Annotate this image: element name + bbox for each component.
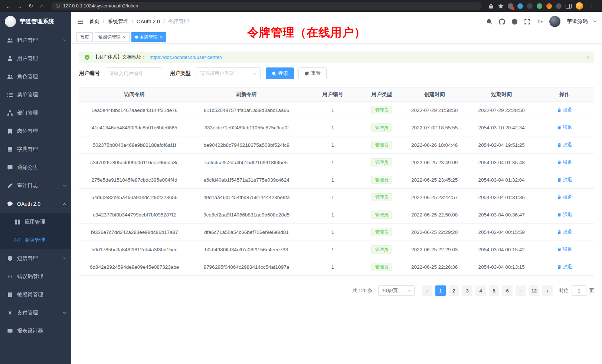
force-logout-button[interactable]: 强退 (557, 229, 572, 235)
page-button-4[interactable]: 4 (475, 285, 486, 296)
sidebar-item-dept[interactable]: 部门管理 (0, 104, 71, 122)
help-icon[interactable] (511, 19, 518, 25)
columns-icon (7, 292, 13, 298)
prev-page-button[interactable]: ‹ (422, 285, 432, 296)
split-view-icon[interactable] (566, 4, 572, 9)
page-size-select[interactable]: 10条/页 (378, 285, 415, 296)
user-id-input[interactable] (105, 67, 162, 79)
browser-profile-avatar[interactable] (576, 2, 583, 10)
share-icon[interactable] (488, 3, 494, 9)
search-button[interactable]: 搜索 (266, 67, 294, 79)
reload-icon[interactable]: ↻ (26, 1, 36, 10)
sidebar-item-oauth2[interactable]: OAuth 2.0 (0, 195, 71, 213)
page-button-2[interactable]: 2 (449, 285, 459, 296)
extension-icon-dark[interactable] (527, 3, 533, 9)
force-logout-button[interactable]: 强退 (557, 159, 572, 166)
action-cell: 强退 (535, 102, 594, 119)
sidebar-item-label: 审计日志 (17, 182, 38, 189)
doc-link[interactable]: https://doc.iocoder.cn/user-center/ (150, 54, 222, 60)
code-icon (7, 274, 13, 279)
extension-icon-gray[interactable] (556, 3, 562, 9)
force-logout-button[interactable]: 强退 (557, 246, 572, 253)
back-icon[interactable]: ← (4, 1, 13, 10)
sidebar-item-oauth2-application[interactable]: 应用管理 (0, 213, 71, 231)
sidebar-item-dict[interactable]: 字典管理 (0, 140, 71, 158)
sidebar-collapse-icon[interactable] (77, 19, 84, 25)
user-type-cell: 管理员 (362, 224, 401, 241)
user-type-badge: 管理员 (371, 176, 392, 184)
sidebar-item-tenant[interactable]: 租户管理 (0, 31, 71, 49)
app-logo-row[interactable]: 芋道管理系统 (0, 12, 71, 31)
home-icon[interactable]: ⌂ (37, 1, 47, 10)
bookmark-star-icon[interactable] (498, 3, 504, 9)
user-avatar[interactable] (549, 16, 560, 27)
sidebar-item-label: 角色管理 (17, 73, 38, 80)
force-logout-button[interactable]: 强退 (557, 211, 572, 218)
tab-token[interactable]: 令牌管理× (131, 32, 167, 42)
sidebar-item-notice[interactable]: 通知公告 (0, 158, 71, 176)
goto-page-input[interactable] (572, 285, 586, 296)
page-button-3[interactable]: 3 (462, 285, 472, 296)
page-button-12[interactable]: 12 (529, 285, 539, 296)
next-page-button[interactable]: › (542, 285, 553, 296)
force-logout-button[interactable]: 强退 (557, 194, 572, 201)
force-logout-button[interactable]: 强退 (557, 176, 572, 183)
page-button-5[interactable]: 5 (489, 285, 499, 296)
fullscreen-icon[interactable] (524, 19, 530, 25)
page-ellipsis[interactable]: ··· (516, 285, 526, 296)
user-type-badge: 管理员 (371, 263, 392, 271)
sidebar-item-sensitive-word[interactable]: 敏感词管理 (0, 285, 71, 304)
sidebar-item-report-designer[interactable]: 报表设计器 (0, 322, 71, 340)
alert-close-icon[interactable]: × (586, 54, 589, 60)
sidebar-menu: 租户管理用户管理角色管理菜单管理部门管理岗位管理字典管理通知公告审计日志OAut… (0, 31, 71, 364)
sidebar-item-oauth2-token[interactable]: 令牌管理 (0, 231, 71, 249)
reset-button[interactable]: 重置 (298, 67, 327, 79)
sidebar-item-user[interactable]: 用户管理 (0, 49, 71, 67)
trash-icon (557, 108, 562, 112)
extension-icon-badged[interactable] (508, 3, 513, 9)
force-logout-button[interactable]: 强退 (557, 264, 572, 270)
sidebar-item-post[interactable]: 岗位管理 (0, 122, 71, 140)
address-bar[interactable]: ⓘ 127.0.0.1:1024/system/oauth2/token (51, 2, 482, 10)
force-logout-button[interactable]: 强退 (557, 142, 572, 148)
comment-icon (7, 201, 13, 207)
user-name[interactable]: 芋道源码 (567, 18, 588, 25)
tab-close-icon[interactable]: × (160, 35, 163, 40)
sidebar-item-sms[interactable]: 短信管理 (0, 249, 71, 267)
user-menu-caret-icon[interactable] (593, 19, 596, 22)
site-info-icon[interactable]: ⓘ (56, 3, 60, 9)
breadcrumb-item[interactable]: 首页 (89, 18, 99, 25)
browser-menu-icon[interactable]: ⋮ (587, 1, 597, 10)
font-size-icon[interactable]: TT (537, 19, 543, 25)
forward-icon[interactable]: → (15, 1, 24, 10)
tab-close-icon[interactable]: × (123, 35, 126, 40)
breadcrumb-item[interactable]: OAuth 2.0 (137, 19, 160, 24)
page-list: 123456···12 (434, 285, 541, 296)
refresh-icon (304, 71, 309, 76)
column-header: 访问令牌 (79, 87, 190, 102)
extension-icon-green[interactable] (537, 3, 542, 9)
force-logout-button[interactable]: 强退 (557, 124, 572, 131)
sidebar-item-label: 报表设计器 (17, 328, 43, 334)
sidebar-item-label: 通知公告 (17, 164, 38, 171)
force-logout-button[interactable]: 强退 (557, 107, 572, 113)
sidebar-item-audit-log[interactable]: 审计日志 (0, 176, 71, 195)
trash-icon (557, 178, 562, 182)
sidebar-item-role[interactable]: 角色管理 (0, 67, 71, 86)
tab-sensitive-word[interactable]: 敏感词管理× (95, 32, 130, 42)
doc-alert: 【用户体系】文档地址： https://doc.iocoder.cn/user-… (79, 52, 594, 63)
submenu-oauth2: 应用管理令牌管理 (0, 213, 71, 249)
page-button-1[interactable]: 1 (435, 285, 446, 296)
search-icon[interactable] (486, 19, 493, 25)
github-icon[interactable] (499, 19, 505, 25)
trash-icon (557, 143, 562, 147)
sidebar-item-error-code[interactable]: 错误码管理 (0, 267, 71, 285)
user-type-select[interactable]: 请选择用户类型 (196, 67, 261, 79)
sidebar-item-menu[interactable]: 菜单管理 (0, 86, 71, 104)
page-button-6[interactable]: 6 (502, 285, 513, 296)
extensions-puzzle-icon[interactable] (546, 3, 552, 9)
sidebar-item-pay[interactable]: ¥支付管理 (0, 304, 71, 322)
breadcrumb-item[interactable]: 系统管理 (108, 18, 128, 25)
tab-home[interactable]: 首页 (76, 32, 93, 42)
extension-icon-blue[interactable] (517, 3, 523, 9)
